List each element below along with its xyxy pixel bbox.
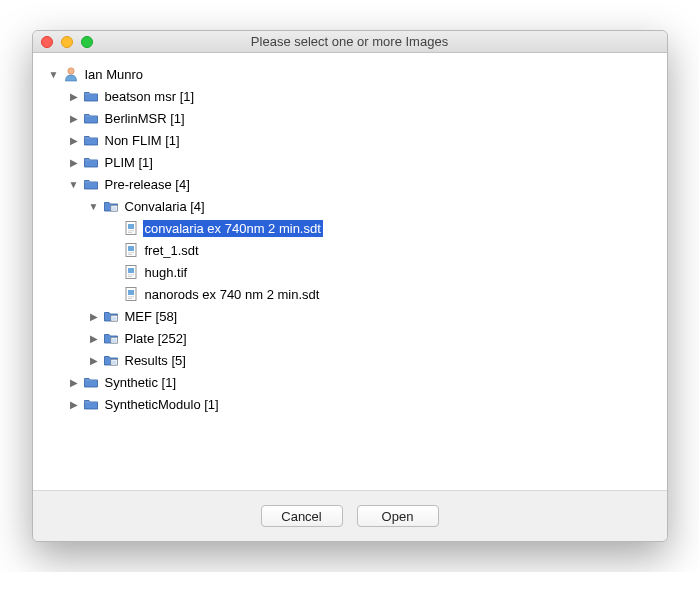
tree-item-label: Non FLIM [1] — [103, 132, 182, 149]
tree-item-label: PLIM [1] — [103, 154, 155, 171]
folder-icon — [83, 374, 99, 390]
dataset-icon — [103, 308, 119, 324]
tree-item-label: MEF [58] — [123, 308, 180, 325]
folder-icon — [83, 154, 99, 170]
button-bar: Cancel Open — [33, 491, 667, 541]
chevron-down-icon[interactable]: ▼ — [87, 201, 101, 212]
tree-file-fret1-sdt[interactable]: ▶ fret_1.sdt — [45, 239, 655, 261]
close-icon[interactable] — [41, 36, 53, 48]
tree-item-label: nanorods ex 740 nm 2 min.sdt — [143, 286, 322, 303]
dataset-icon — [103, 330, 119, 346]
tree-folder-prerelease[interactable]: ▼ Pre-release [4] — [45, 173, 655, 195]
chevron-right-icon[interactable]: ▶ — [87, 355, 101, 366]
tree-file-nanorods-sdt[interactable]: ▶ nanorods ex 740 nm 2 min.sdt — [45, 283, 655, 305]
tree-dataset-mef[interactable]: ▶ MEF [58] — [45, 305, 655, 327]
dialog-window: Please select one or more Images ▼ Ian M… — [32, 30, 668, 542]
tree-item-label: Plate [252] — [123, 330, 189, 347]
chevron-right-icon[interactable]: ▶ — [67, 113, 81, 124]
tree-item-label: Ian Munro — [83, 66, 146, 83]
chevron-right-icon[interactable]: ▶ — [87, 311, 101, 322]
tree-dataset-plate[interactable]: ▶ Plate [252] — [45, 327, 655, 349]
folder-icon — [83, 88, 99, 104]
folder-icon — [83, 110, 99, 126]
tree-item-label: SyntheticModulo [1] — [103, 396, 221, 413]
chevron-down-icon[interactable]: ▼ — [67, 179, 81, 190]
user-icon — [63, 66, 79, 82]
tree-item-label: beatson msr [1] — [103, 88, 197, 105]
chevron-down-icon[interactable]: ▼ — [47, 69, 61, 80]
tree-folder-plim[interactable]: ▶ PLIM [1] — [45, 151, 655, 173]
tree-item-label: Pre-release [4] — [103, 176, 192, 193]
tree-file-hugh-tif[interactable]: ▶ hugh.tif — [45, 261, 655, 283]
tree-item-label: fret_1.sdt — [143, 242, 201, 259]
tree-item-label: hugh.tif — [143, 264, 190, 281]
zoom-icon[interactable] — [81, 36, 93, 48]
dataset-icon — [103, 352, 119, 368]
chevron-right-icon[interactable]: ▶ — [67, 91, 81, 102]
tree-item-label: Convalaria [4] — [123, 198, 207, 215]
tree-view[interactable]: ▼ Ian Munro ▶ beatson msr [1] ▶ BerlinMS… — [33, 53, 667, 491]
window-title: Please select one or more Images — [33, 34, 667, 49]
folder-icon — [83, 176, 99, 192]
tree-folder-beatson[interactable]: ▶ beatson msr [1] — [45, 85, 655, 107]
chevron-right-icon[interactable]: ▶ — [67, 157, 81, 168]
chevron-right-icon[interactable]: ▶ — [87, 333, 101, 344]
dataset-icon — [103, 198, 119, 214]
titlebar[interactable]: Please select one or more Images — [33, 31, 667, 53]
tree-item-label: Results [5] — [123, 352, 188, 369]
folder-icon — [83, 396, 99, 412]
chevron-right-icon[interactable]: ▶ — [67, 399, 81, 410]
image-file-icon — [123, 242, 139, 258]
tree-file-convalaria-sdt[interactable]: ▶ convalaria ex 740nm 2 min.sdt — [45, 217, 655, 239]
image-file-icon — [123, 220, 139, 236]
tree-dataset-convalaria[interactable]: ▼ Convalaria [4] — [45, 195, 655, 217]
tree-folder-berlin[interactable]: ▶ BerlinMSR [1] — [45, 107, 655, 129]
tree-user-root[interactable]: ▼ Ian Munro — [45, 63, 655, 85]
traffic-lights — [41, 36, 93, 48]
tree-folder-synthetic[interactable]: ▶ Synthetic [1] — [45, 371, 655, 393]
folder-icon — [83, 132, 99, 148]
cancel-button[interactable]: Cancel — [261, 505, 343, 527]
image-file-icon — [123, 264, 139, 280]
tree-item-label: convalaria ex 740nm 2 min.sdt — [143, 220, 323, 237]
open-button[interactable]: Open — [357, 505, 439, 527]
tree-folder-nonflim[interactable]: ▶ Non FLIM [1] — [45, 129, 655, 151]
chevron-right-icon[interactable]: ▶ — [67, 135, 81, 146]
tree-dataset-results[interactable]: ▶ Results [5] — [45, 349, 655, 371]
minimize-icon[interactable] — [61, 36, 73, 48]
tree-item-label: BerlinMSR [1] — [103, 110, 187, 127]
tree-item-label: Synthetic [1] — [103, 374, 179, 391]
chevron-right-icon[interactable]: ▶ — [67, 377, 81, 388]
image-file-icon — [123, 286, 139, 302]
tree-folder-syntheticmodulo[interactable]: ▶ SyntheticModulo [1] — [45, 393, 655, 415]
